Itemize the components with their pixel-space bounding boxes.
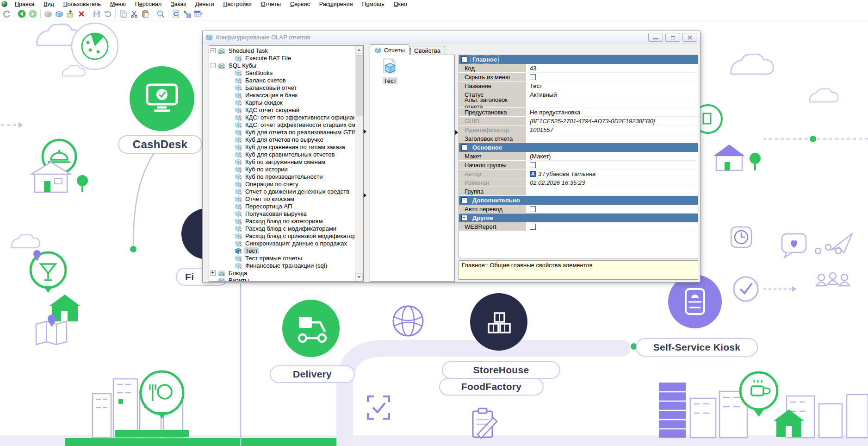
property-row[interactable]: Заголовок отчета — [459, 134, 698, 143]
property-value[interactable]: Не предустановка — [527, 108, 698, 117]
export-button[interactable] — [181, 8, 192, 19]
property-value[interactable]: Тест — [527, 82, 698, 90]
refresh-button[interactable] — [1, 8, 12, 19]
property-value[interactable] — [527, 134, 698, 143]
tree-item[interactable]: Визиты — [209, 276, 355, 282]
section-collapse-button[interactable] — [461, 215, 467, 221]
tree-expand-toggle[interactable] — [211, 63, 216, 68]
property-row[interactable]: Изменен02.02.2026 16:35:23 — [459, 178, 698, 187]
property-checkbox[interactable] — [530, 224, 536, 230]
tree-item[interactable]: Блюда — [209, 269, 355, 276]
tree-item[interactable]: Синхронизация: данные о продажах — [209, 239, 355, 247]
section-header[interactable]: Другое — [459, 214, 698, 222]
cube-inactive-button[interactable] — [43, 8, 54, 19]
tree-item[interactable]: Отчет о движении денежных средств — [209, 188, 355, 195]
tree-item[interactable]: Отчет по киоскам — [209, 195, 355, 202]
search-button[interactable] — [155, 8, 166, 19]
scroll-thumb[interactable] — [356, 55, 363, 116]
property-row[interactable]: Альт. заголовок отчета — [459, 99, 698, 108]
property-value[interactable]: 43 — [527, 64, 698, 73]
tree-item[interactable]: КДС: отчет эффективности старших смены — [209, 121, 355, 128]
tree-item[interactable]: Расход блюд с модификаторами — [209, 225, 355, 232]
property-row[interactable]: ПредустановкаНе предустановка — [459, 108, 698, 117]
tree-item[interactable]: КДС: отчет по эффективности официантов — [209, 113, 355, 121]
property-value[interactable]: {8E1CE525-2701-4794-AD73-0D2F19238FB0} — [527, 117, 698, 126]
tree-item[interactable]: Куб для отчетов по выручке — [209, 136, 355, 143]
property-row[interactable]: НазваниеТест — [459, 82, 698, 90]
nav-back-button[interactable] — [16, 8, 27, 19]
tree-item[interactable]: Балансовый отчет — [209, 84, 355, 91]
section-header[interactable]: Дополнительно — [459, 196, 698, 205]
property-row[interactable]: Код43 — [459, 64, 698, 73]
property-checkbox[interactable] — [530, 206, 536, 212]
property-value[interactable]: (Макет) — [527, 152, 698, 161]
report-item-test[interactable]: Тест — [378, 58, 402, 84]
property-row[interactable]: WEBReport — [459, 222, 698, 231]
property-row[interactable]: АвторA3 Губанова Татьяна — [459, 170, 698, 178]
menu-item-money[interactable]: Деньги — [191, 0, 218, 8]
menu-item-window[interactable]: Окно — [389, 0, 412, 8]
nav-forward-button[interactable] — [27, 8, 38, 19]
property-value[interactable] — [527, 222, 698, 231]
delete-button[interactable] — [76, 8, 87, 19]
scroll-down-button[interactable] — [355, 273, 363, 281]
menu-item-help[interactable]: Помощь — [357, 0, 389, 8]
property-checkbox[interactable] — [530, 162, 536, 168]
minimize-button[interactable] — [648, 33, 663, 42]
cube-active-button[interactable] — [54, 8, 65, 19]
tree-item[interactable]: Куб для отчета по реализованным GTIN — [209, 128, 355, 136]
section-collapse-button[interactable] — [461, 197, 467, 203]
property-value[interactable] — [527, 161, 698, 170]
tree-expand-toggle[interactable] — [211, 48, 216, 53]
property-value[interactable]: Активный — [527, 90, 698, 99]
tree-item[interactable]: Execute BAT File — [209, 54, 355, 62]
property-value[interactable]: 02.02.2026 16:35:23 — [527, 178, 698, 187]
tree-item[interactable]: КДС отчет сводный — [209, 106, 355, 113]
tree-item[interactable]: Операции по счету — [209, 180, 355, 188]
property-row[interactable]: Начало группы — [459, 161, 698, 170]
maximize-button[interactable] — [665, 33, 680, 42]
property-value[interactable]: A3 Губанова Татьяна — [527, 170, 698, 178]
section-header[interactable]: Основное — [459, 143, 698, 152]
property-row[interactable]: Группа — [459, 187, 698, 196]
property-row[interactable]: Скрыть из меню — [459, 73, 698, 82]
tree-item[interactable]: Куб для сравнения по типам заказа — [209, 143, 355, 151]
tree-item[interactable]: Получасовая выручка — [209, 210, 355, 217]
property-row[interactable]: Макет(Макет) — [459, 152, 698, 161]
tree-splitter-arrow[interactable] — [364, 129, 366, 134]
property-row[interactable]: GUID{8E1CE525-2701-4794-AD73-0D2F19238FB… — [459, 117, 698, 126]
menu-item-user[interactable]: Пользователь — [59, 0, 105, 8]
tree-item[interactable]: Sheduled Task — [209, 47, 355, 54]
undo-button[interactable] — [102, 8, 113, 19]
tree-item[interactable]: Куб для сравнительных отчетов — [209, 151, 355, 158]
tree-item[interactable]: Карты скидок — [209, 99, 355, 106]
import-button[interactable] — [65, 8, 76, 19]
menu-item-view[interactable]: Вид — [39, 0, 59, 8]
property-value[interactable] — [527, 187, 698, 196]
tree-item[interactable]: Пересортица АП — [209, 202, 355, 210]
property-checkbox[interactable] — [530, 74, 536, 80]
tree-scrollbar[interactable] — [355, 46, 363, 281]
tree-item[interactable]: Тест — [209, 247, 355, 254]
paste-button[interactable] — [140, 8, 151, 19]
tab-reports[interactable]: Отчеты — [370, 44, 409, 55]
tree-expand-toggle[interactable] — [211, 270, 216, 276]
tree-item[interactable]: Финансовые транзакции (sql) — [209, 262, 355, 269]
property-value[interactable] — [527, 73, 698, 82]
tree-item[interactable]: Баланс счетов — [209, 76, 355, 84]
menu-item-service[interactable]: Сервис — [285, 0, 315, 8]
property-value[interactable] — [527, 205, 698, 214]
dialog-title-bar[interactable]: Конфигурирование OLAP отчетов — [203, 31, 700, 44]
copy-button[interactable] — [118, 8, 129, 19]
grid-splitter-arrow[interactable] — [455, 130, 458, 135]
menu-item-edit[interactable]: Правка — [10, 0, 39, 8]
property-row[interactable]: Идентификатор1001557 — [459, 126, 698, 134]
menu-item-menu[interactable]: Меню — [105, 0, 130, 8]
tree-item[interactable]: Инкассация в банк — [209, 91, 355, 99]
tree-item[interactable]: Расход блюд с привязкой модификаторов — [209, 232, 355, 239]
menu-item-settings[interactable]: Настройки — [218, 0, 256, 8]
tree-splitter-arrow[interactable] — [364, 193, 366, 198]
table-view-button[interactable] — [192, 8, 204, 19]
save-button[interactable] — [91, 8, 102, 19]
close-button[interactable] — [682, 33, 697, 42]
